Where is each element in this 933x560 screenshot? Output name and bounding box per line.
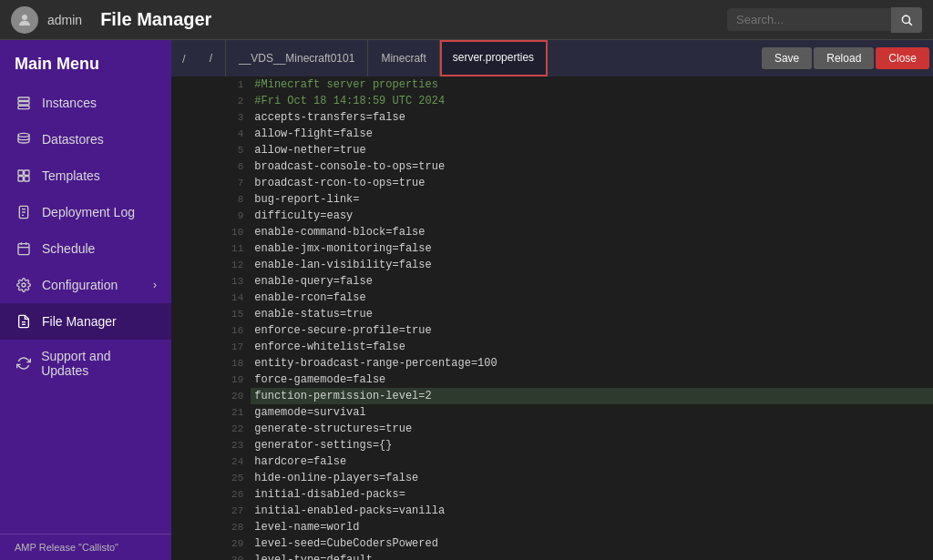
- line-content: enable-command-block=false: [251, 224, 933, 240]
- line-content: #Fri Oct 18 14:18:59 UTC 2024: [251, 93, 933, 109]
- line-content: broadcast-console-to-ops=true: [251, 158, 933, 175]
- sidebar-item-deployment-log[interactable]: Deployment Log: [0, 194, 171, 230]
- tab-root[interactable]: /: [197, 40, 226, 76]
- line-number: 21: [171, 404, 251, 421]
- table-row: 29level-seed=CubeCodersPowered: [171, 535, 933, 552]
- line-content: allow-flight=false: [251, 126, 933, 142]
- chevron-right-icon: ›: [153, 279, 157, 291]
- table-row: 21gamemode=survival: [171, 404, 933, 421]
- line-content: initial-disabled-packs=: [251, 486, 933, 503]
- top-header: admin File Manager: [0, 0, 933, 40]
- sidebar-item-support[interactable]: Support and Updates: [0, 340, 171, 387]
- reload-button[interactable]: Reload: [814, 47, 874, 69]
- line-content: bug-report-link=: [251, 191, 933, 208]
- line-number: 14: [171, 290, 251, 306]
- sidebar-item-support-label: Support and Updates: [41, 349, 157, 378]
- sidebar-item-deployment-log-label: Deployment Log: [42, 205, 135, 219]
- user-name: admin: [47, 13, 82, 27]
- line-content: accepts-transfers=false: [251, 109, 933, 126]
- table-row: 4allow-flight=false: [171, 126, 933, 142]
- line-content: generator-settings={}: [251, 437, 933, 453]
- table-row: 20function-permission-level=2: [171, 388, 933, 404]
- sidebar-item-templates-label: Templates: [42, 168, 100, 183]
- sidebar-item-configuration[interactable]: Configuration ›: [0, 267, 171, 303]
- content: / / __VDS__Minecraft0101 Minecraft serve…: [171, 40, 933, 560]
- sidebar-item-datastores[interactable]: Datastores: [0, 121, 171, 158]
- line-content: enable-jmx-monitoring=false: [251, 240, 933, 257]
- lines-table: 1#Minecraft server properties2#Fri Oct 1…: [171, 76, 933, 560]
- line-number: 20: [171, 388, 251, 404]
- line-number: 28: [171, 519, 251, 535]
- line-content: enforce-secure-profile=true: [251, 322, 933, 339]
- sidebar-item-datastores-label: Datastores: [42, 132, 104, 147]
- search-input[interactable]: [727, 8, 891, 31]
- svg-point-0: [22, 15, 27, 20]
- line-content: allow-nether=true: [251, 142, 933, 158]
- schedule-icon: [15, 239, 33, 258]
- breadcrumb-root[interactable]: /: [179, 52, 190, 66]
- table-row: 17enforce-whitelist=false: [171, 339, 933, 355]
- table-row: 28level-name=world: [171, 519, 933, 535]
- line-number: 25: [171, 470, 251, 486]
- table-row: 24hardcore=false: [171, 453, 933, 470]
- sidebar: Main Menu Instances Datastores Templates: [0, 40, 171, 560]
- sidebar-item-instances[interactable]: Instances: [0, 85, 171, 121]
- table-row: 19force-gamemode=false: [171, 372, 933, 388]
- line-content: hardcore=false: [251, 453, 933, 470]
- line-number: 11: [171, 240, 251, 257]
- svg-point-1: [902, 15, 909, 23]
- tab-vds[interactable]: __VDS__Minecraft0101: [226, 40, 368, 76]
- file-manager-icon: [15, 312, 33, 331]
- sidebar-item-configuration-label: Configuration: [42, 278, 118, 292]
- line-number: 5: [171, 142, 251, 158]
- line-number: 17: [171, 339, 251, 355]
- line-content: force-gamemode=false: [251, 372, 933, 388]
- avatar: [11, 6, 38, 34]
- support-icon: [15, 354, 32, 372]
- table-row: 10enable-command-block=false: [171, 224, 933, 240]
- table-row: 23generator-settings={}: [171, 437, 933, 453]
- line-number: 3: [171, 109, 251, 126]
- tab-minecraft[interactable]: Minecraft: [368, 40, 439, 76]
- svg-rect-7: [18, 170, 23, 175]
- table-row: 18entity-broadcast-range-percentage=100: [171, 355, 933, 372]
- line-content: enable-query=false: [251, 273, 933, 290]
- line-number: 15: [171, 306, 251, 322]
- search-container: [727, 7, 922, 33]
- search-button[interactable]: [891, 7, 922, 33]
- line-content: generate-structures=true: [251, 421, 933, 437]
- table-row: 30level-type=default: [171, 552, 933, 560]
- line-content: enable-rcon=false: [251, 290, 933, 306]
- line-number: 18: [171, 355, 251, 372]
- file-editor[interactable]: 1#Minecraft server properties2#Fri Oct 1…: [171, 76, 933, 560]
- table-row: 2#Fri Oct 18 14:18:59 UTC 2024: [171, 93, 933, 109]
- tab-serverprops[interactable]: server.properties: [440, 40, 548, 76]
- line-number: 2: [171, 93, 251, 109]
- sidebar-item-instances-label: Instances: [42, 96, 97, 110]
- configuration-icon: [15, 276, 33, 294]
- sidebar-item-templates[interactable]: Templates: [0, 158, 171, 194]
- templates-icon: [15, 167, 33, 185]
- svg-rect-5: [18, 106, 29, 108]
- sidebar-item-file-manager[interactable]: File Manager: [0, 303, 171, 340]
- main-layout: Main Menu Instances Datastores Templates: [0, 40, 933, 560]
- line-number: 8: [171, 191, 251, 208]
- svg-rect-10: [25, 177, 29, 181]
- instances-icon: [15, 94, 33, 112]
- content-header: / / __VDS__Minecraft0101 Minecraft serve…: [171, 40, 933, 76]
- save-button[interactable]: Save: [762, 47, 812, 69]
- close-button[interactable]: Close: [876, 47, 929, 69]
- table-row: 27initial-enabled-packs=vanilla: [171, 503, 933, 519]
- table-row: 16enforce-secure-profile=true: [171, 322, 933, 339]
- line-number: 23: [171, 437, 251, 453]
- sidebar-footer: AMP Release "Callisto": [0, 534, 171, 560]
- line-content: initial-enabled-packs=vanilla: [251, 503, 933, 519]
- tabs-section: / __VDS__Minecraft0101 Minecraft server.…: [197, 40, 762, 76]
- line-content: entity-broadcast-range-percentage=100: [251, 355, 933, 372]
- table-row: 5allow-nether=true: [171, 142, 933, 158]
- line-number: 29: [171, 535, 251, 552]
- line-number: 4: [171, 126, 251, 142]
- sidebar-item-schedule[interactable]: Schedule: [0, 230, 171, 267]
- line-number: 19: [171, 372, 251, 388]
- line-content: enable-lan-visibility=false: [251, 257, 933, 273]
